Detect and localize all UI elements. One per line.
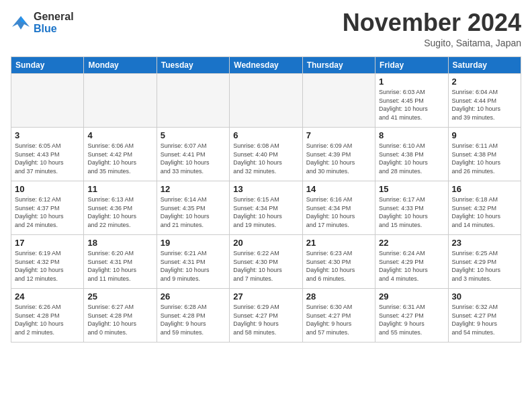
calendar-cell: 3Sunrise: 6:05 AM Sunset: 4:43 PM Daylig… <box>11 128 84 181</box>
day-number: 17 <box>15 238 80 248</box>
calendar-cell: 4Sunrise: 6:06 AM Sunset: 4:42 PM Daylig… <box>84 128 157 181</box>
calendar-cell <box>157 74 229 128</box>
day-number: 25 <box>87 291 152 302</box>
day-number: 12 <box>161 184 226 194</box>
day-info: Sunrise: 6:26 AM Sunset: 4:28 PM Dayligh… <box>15 303 80 336</box>
day-number: 11 <box>87 184 152 194</box>
day-info: Sunrise: 6:09 AM Sunset: 4:39 PM Dayligh… <box>306 142 371 175</box>
day-number: 5 <box>161 130 226 140</box>
calendar-cell <box>84 74 157 128</box>
calendar-cell: 6Sunrise: 6:08 AM Sunset: 4:40 PM Daylig… <box>230 128 302 181</box>
logo-line2: Blue <box>34 23 74 35</box>
day-info: Sunrise: 6:25 AM Sunset: 4:29 PM Dayligh… <box>452 249 517 283</box>
calendar-cell: 9Sunrise: 6:11 AM Sunset: 4:38 PM Daylig… <box>448 128 521 181</box>
day-info: Sunrise: 6:21 AM Sunset: 4:31 PM Dayligh… <box>161 249 226 283</box>
day-number: 10 <box>15 184 80 194</box>
day-number: 26 <box>161 291 226 302</box>
header-day-monday: Monday <box>84 57 157 74</box>
day-number: 29 <box>379 291 444 302</box>
day-info: Sunrise: 6:06 AM Sunset: 4:42 PM Dayligh… <box>87 142 152 175</box>
day-info: Sunrise: 6:17 AM Sunset: 4:33 PM Dayligh… <box>379 195 444 229</box>
day-info: Sunrise: 6:28 AM Sunset: 4:28 PM Dayligh… <box>161 303 226 336</box>
day-info: Sunrise: 6:04 AM Sunset: 4:44 PM Dayligh… <box>452 88 517 122</box>
calendar-cell: 1Sunrise: 6:03 AM Sunset: 4:45 PM Daylig… <box>375 74 448 128</box>
calendar-body: 1Sunrise: 6:03 AM Sunset: 4:45 PM Daylig… <box>11 74 521 342</box>
calendar-cell <box>230 74 302 128</box>
calendar-cell: 21Sunrise: 6:23 AM Sunset: 4:30 PM Dayli… <box>302 235 375 289</box>
day-info: Sunrise: 6:12 AM Sunset: 4:37 PM Dayligh… <box>15 195 80 229</box>
day-number: 7 <box>306 130 371 140</box>
day-number: 20 <box>233 238 298 248</box>
day-number: 21 <box>306 238 371 248</box>
day-info: Sunrise: 6:08 AM Sunset: 4:40 PM Dayligh… <box>233 142 298 175</box>
calendar-cell: 29Sunrise: 6:31 AM Sunset: 4:27 PM Dayli… <box>375 289 448 342</box>
day-number: 4 <box>87 130 152 140</box>
week-row-3: 10Sunrise: 6:12 AM Sunset: 4:37 PM Dayli… <box>11 181 521 235</box>
day-info: Sunrise: 6:18 AM Sunset: 4:32 PM Dayligh… <box>452 195 517 229</box>
calendar-header: SundayMondayTuesdayWednesdayThursdayFrid… <box>11 57 521 74</box>
day-info: Sunrise: 6:23 AM Sunset: 4:30 PM Dayligh… <box>306 249 371 283</box>
calendar-cell: 20Sunrise: 6:22 AM Sunset: 4:30 PM Dayli… <box>230 235 302 289</box>
day-info: Sunrise: 6:03 AM Sunset: 4:45 PM Dayligh… <box>379 88 444 122</box>
header-day-tuesday: Tuesday <box>157 57 229 74</box>
calendar-cell: 12Sunrise: 6:14 AM Sunset: 4:35 PM Dayli… <box>157 181 229 235</box>
day-info: Sunrise: 6:19 AM Sunset: 4:32 PM Dayligh… <box>15 249 80 283</box>
week-row-4: 17Sunrise: 6:19 AM Sunset: 4:32 PM Dayli… <box>11 235 521 289</box>
day-number: 14 <box>306 184 371 194</box>
week-row-5: 24Sunrise: 6:26 AM Sunset: 4:28 PM Dayli… <box>11 289 521 342</box>
calendar-cell: 24Sunrise: 6:26 AM Sunset: 4:28 PM Dayli… <box>11 289 84 342</box>
calendar-cell: 26Sunrise: 6:28 AM Sunset: 4:28 PM Dayli… <box>157 289 229 342</box>
header-day-thursday: Thursday <box>302 57 375 74</box>
day-number: 6 <box>233 130 298 140</box>
calendar-cell: 18Sunrise: 6:20 AM Sunset: 4:31 PM Dayli… <box>84 235 157 289</box>
day-number: 8 <box>379 130 444 140</box>
calendar-table: SundayMondayTuesdayWednesdayThursdayFrid… <box>11 56 521 342</box>
day-number: 24 <box>15 291 80 302</box>
day-info: Sunrise: 6:07 AM Sunset: 4:41 PM Dayligh… <box>161 142 226 175</box>
logo-line1: General <box>34 11 74 23</box>
title-block: November 2024 Sugito, Saitama, Japan <box>343 11 521 48</box>
calendar-cell: 13Sunrise: 6:15 AM Sunset: 4:34 PM Dayli… <box>230 181 302 235</box>
week-row-1: 1Sunrise: 6:03 AM Sunset: 4:45 PM Daylig… <box>11 74 521 128</box>
calendar-cell: 23Sunrise: 6:25 AM Sunset: 4:29 PM Dayli… <box>448 235 521 289</box>
calendar-cell: 27Sunrise: 6:29 AM Sunset: 4:27 PM Dayli… <box>230 289 302 342</box>
header-row: SundayMondayTuesdayWednesdayThursdayFrid… <box>11 57 521 74</box>
day-info: Sunrise: 6:22 AM Sunset: 4:30 PM Dayligh… <box>233 249 298 283</box>
day-number: 19 <box>161 238 226 248</box>
day-number: 23 <box>452 238 517 248</box>
day-info: Sunrise: 6:31 AM Sunset: 4:27 PM Dayligh… <box>379 303 444 336</box>
day-info: Sunrise: 6:13 AM Sunset: 4:36 PM Dayligh… <box>87 195 152 229</box>
day-number: 9 <box>452 130 517 140</box>
week-row-2: 3Sunrise: 6:05 AM Sunset: 4:43 PM Daylig… <box>11 128 521 181</box>
calendar-cell: 16Sunrise: 6:18 AM Sunset: 4:32 PM Dayli… <box>448 181 521 235</box>
day-info: Sunrise: 6:11 AM Sunset: 4:38 PM Dayligh… <box>452 142 517 175</box>
calendar-cell <box>302 74 375 128</box>
header-day-saturday: Saturday <box>448 57 521 74</box>
day-info: Sunrise: 6:30 AM Sunset: 4:27 PM Dayligh… <box>306 303 371 336</box>
day-info: Sunrise: 6:16 AM Sunset: 4:34 PM Dayligh… <box>306 195 371 229</box>
day-number: 18 <box>87 238 152 248</box>
day-info: Sunrise: 6:15 AM Sunset: 4:34 PM Dayligh… <box>233 195 298 229</box>
day-number: 30 <box>452 291 517 302</box>
calendar-cell: 14Sunrise: 6:16 AM Sunset: 4:34 PM Dayli… <box>302 181 375 235</box>
day-number: 3 <box>15 130 80 140</box>
calendar-cell: 11Sunrise: 6:13 AM Sunset: 4:36 PM Dayli… <box>84 181 157 235</box>
day-info: Sunrise: 6:24 AM Sunset: 4:29 PM Dayligh… <box>379 249 444 283</box>
month-title: November 2024 <box>343 11 521 35</box>
day-number: 13 <box>233 184 298 194</box>
calendar-cell: 28Sunrise: 6:30 AM Sunset: 4:27 PM Dayli… <box>302 289 375 342</box>
logo: General Blue <box>11 11 74 36</box>
calendar-cell: 15Sunrise: 6:17 AM Sunset: 4:33 PM Dayli… <box>375 181 448 235</box>
day-number: 22 <box>379 238 444 248</box>
calendar-cell: 19Sunrise: 6:21 AM Sunset: 4:31 PM Dayli… <box>157 235 229 289</box>
calendar-cell: 7Sunrise: 6:09 AM Sunset: 4:39 PM Daylig… <box>302 128 375 181</box>
page-header: General Blue November 2024 Sugito, Saita… <box>11 11 521 48</box>
calendar-cell: 5Sunrise: 6:07 AM Sunset: 4:41 PM Daylig… <box>157 128 229 181</box>
day-number: 28 <box>306 291 371 302</box>
day-number: 27 <box>233 291 298 302</box>
day-info: Sunrise: 6:05 AM Sunset: 4:43 PM Dayligh… <box>15 142 80 175</box>
day-info: Sunrise: 6:14 AM Sunset: 4:35 PM Dayligh… <box>161 195 226 229</box>
day-info: Sunrise: 6:20 AM Sunset: 4:31 PM Dayligh… <box>87 249 152 283</box>
day-info: Sunrise: 6:27 AM Sunset: 4:28 PM Dayligh… <box>87 303 152 336</box>
day-info: Sunrise: 6:29 AM Sunset: 4:27 PM Dayligh… <box>233 303 298 336</box>
